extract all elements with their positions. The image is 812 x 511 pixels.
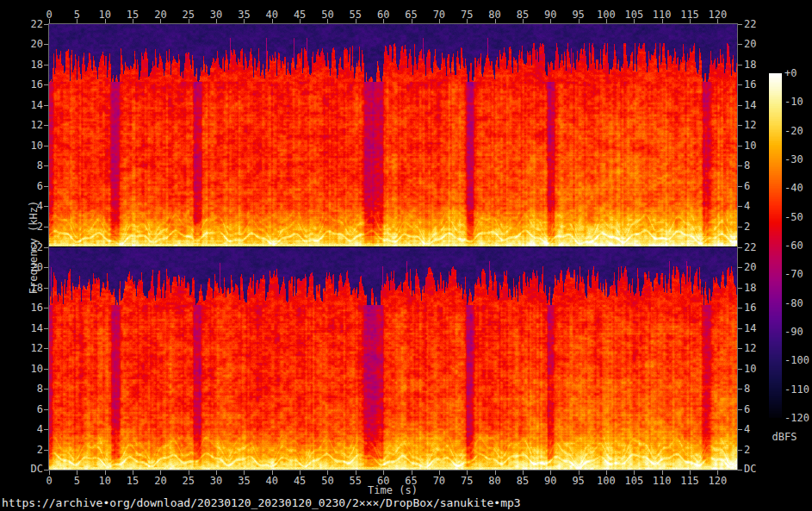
freq-tick-right	[738, 65, 742, 65]
freq-tick-label-right: 10	[744, 363, 756, 375]
freq-tick-label-left: 8	[15, 159, 43, 171]
colorbar-tick-label: -120	[784, 412, 809, 424]
time-tick-bottom	[216, 470, 217, 475]
freq-tick-right	[738, 389, 742, 389]
colorbar-tick-label: -80	[784, 297, 803, 309]
time-tick-top	[412, 19, 412, 23]
spectrogram-figure: Frequency (kHz) Time (s) dBFS https://ar…	[0, 0, 812, 511]
time-tick-top	[550, 19, 551, 23]
freq-tick-right	[738, 125, 742, 126]
time-tick-label-bottom: 95	[565, 475, 592, 487]
freq-tick-right	[738, 186, 742, 187]
time-tick-bottom	[523, 470, 524, 475]
freq-tick-left	[44, 65, 48, 65]
freq-tick-left	[44, 389, 48, 389]
freq-tick-left	[44, 328, 48, 329]
time-tick-bottom	[495, 470, 496, 475]
freq-tick-label-right: 6	[744, 403, 750, 415]
time-tick-label-bottom: 115	[676, 475, 704, 487]
freq-tick-left	[44, 105, 48, 106]
time-tick-label-bottom: 55	[342, 475, 369, 487]
time-tick-label-bottom: 85	[509, 475, 536, 487]
freq-tick-label-right: 22	[744, 241, 756, 253]
time-tick-bottom	[579, 470, 580, 475]
colorbar-gradient	[769, 73, 782, 418]
time-tick-top	[495, 19, 496, 23]
freq-tick-right	[738, 44, 742, 45]
time-tick-top	[662, 19, 663, 23]
freq-tick-label-left: 2	[15, 221, 43, 233]
time-tick-top	[467, 19, 468, 23]
freq-tick-label-left: 6	[15, 403, 43, 415]
time-tick-label-bottom: 100	[592, 475, 620, 487]
time-tick-bottom	[717, 470, 718, 475]
time-tick-top	[272, 19, 273, 23]
time-tick-label-bottom: 70	[425, 475, 453, 487]
time-tick-label-bottom: 45	[286, 475, 313, 487]
freq-tick-label-left: 20	[15, 38, 43, 50]
freq-tick-label-left: 16	[15, 78, 43, 90]
colorbar-tick-label: -60	[784, 240, 803, 252]
colorbar-tick-label: +0	[784, 67, 797, 79]
freq-tick-left	[44, 146, 48, 146]
freq-tick-label-right: 18	[744, 59, 756, 71]
time-tick-label-bottom: 110	[648, 475, 676, 487]
freq-tick-left	[44, 267, 48, 268]
time-tick-top	[439, 19, 440, 23]
freq-tick-left	[44, 165, 48, 166]
colorbar-tick-label: -30	[784, 153, 803, 165]
dbfs-unit-label: dBFS	[763, 431, 806, 443]
freq-tick-right	[738, 165, 742, 166]
time-tick-top	[160, 19, 161, 23]
time-tick-bottom	[133, 470, 133, 475]
freq-tick-right	[738, 308, 742, 308]
freq-tick-right	[738, 105, 742, 106]
time-tick-label-bottom: 30	[202, 475, 230, 487]
freq-tick-left	[44, 288, 48, 289]
freq-tick-label-right: 4	[744, 200, 750, 212]
freq-tick-left	[44, 369, 48, 370]
time-tick-label-bottom: 35	[230, 475, 257, 487]
freq-tick-left	[44, 125, 48, 126]
freq-tick-label-left: 22	[15, 18, 43, 30]
time-tick-bottom	[467, 470, 468, 475]
time-tick-bottom	[662, 470, 663, 475]
time-tick-label-bottom: 40	[258, 475, 286, 487]
colorbar-tick-label: -110	[784, 383, 809, 396]
freq-tick-label-right: 16	[744, 302, 756, 314]
freq-tick-label-right: 14	[744, 322, 756, 334]
time-tick-top	[77, 19, 77, 23]
freq-tick-right	[738, 24, 742, 25]
time-tick-top	[634, 19, 635, 23]
colorbar-tick-label: -20	[784, 125, 803, 137]
time-tick-top	[690, 19, 691, 23]
freq-tick-left	[44, 44, 48, 45]
freq-tick-right	[738, 450, 742, 451]
freq-tick-label-left: 12	[15, 342, 43, 354]
spectrogram-canvas-channel-1	[49, 24, 737, 246]
time-tick-label-bottom: 75	[453, 475, 480, 487]
time-tick-top	[523, 19, 524, 23]
freq-tick-left	[44, 84, 48, 85]
freq-tick-right	[738, 206, 742, 207]
freq-tick-right	[738, 429, 742, 430]
colorbar-tick-label: -100	[784, 354, 809, 366]
time-tick-top	[49, 19, 50, 23]
time-tick-bottom	[327, 470, 328, 475]
freq-tick-left	[44, 206, 48, 207]
freq-tick-label-left: 12	[15, 119, 43, 131]
freq-tick-left	[44, 227, 48, 227]
freq-tick-left	[44, 348, 48, 349]
time-tick-label-bottom: 60	[369, 475, 397, 487]
time-tick-bottom	[356, 470, 356, 475]
freq-tick-left	[44, 247, 48, 248]
colorbar-tick-label: -40	[784, 182, 803, 194]
time-tick-bottom	[439, 470, 440, 475]
time-tick-bottom	[412, 470, 412, 475]
freq-tick-label-left: 18	[15, 59, 43, 71]
freq-tick-left	[44, 429, 48, 430]
time-tick-label-bottom: 50	[313, 475, 341, 487]
time-tick-bottom	[160, 470, 161, 475]
colorbar-tick-label: -50	[784, 211, 803, 223]
freq-tick-label-left: 4	[15, 200, 43, 212]
